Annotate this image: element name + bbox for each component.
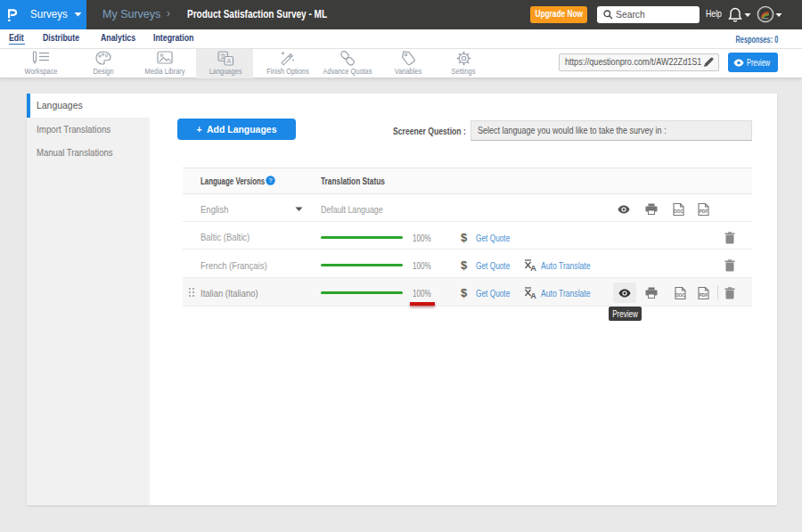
svg-text:PDF: PDF bbox=[700, 209, 708, 214]
svg-text:A: A bbox=[530, 264, 536, 272]
svg-text:A: A bbox=[226, 58, 231, 64]
svg-text:DOC: DOC bbox=[675, 292, 686, 298]
svg-text:DOC: DOC bbox=[674, 209, 684, 214]
svg-text:A: A bbox=[530, 291, 536, 299]
svg-text:PDF: PDF bbox=[700, 292, 708, 298]
svg-text:?: ? bbox=[268, 176, 273, 184]
